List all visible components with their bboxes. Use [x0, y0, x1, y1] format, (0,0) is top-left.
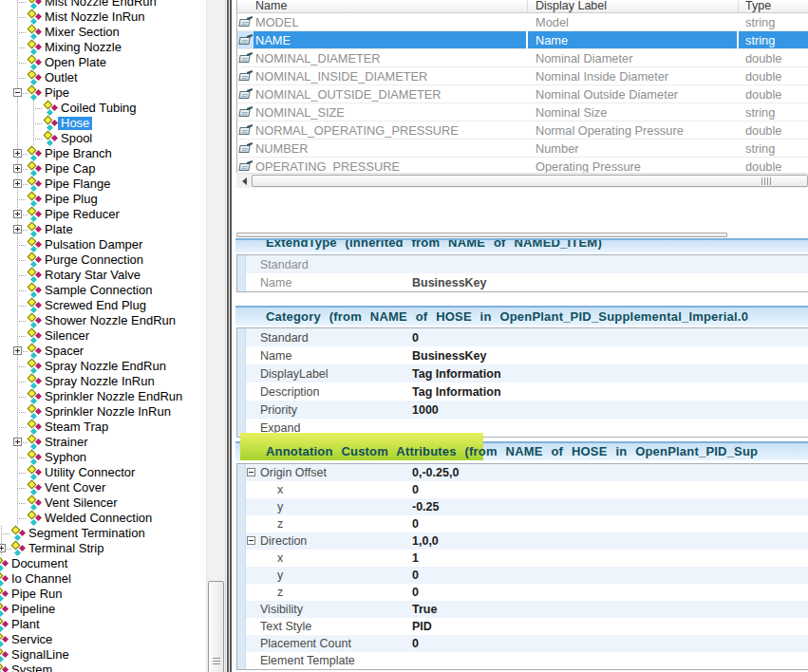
expand-plus-icon[interactable] — [13, 164, 22, 173]
collapse-minus-icon[interactable] — [247, 468, 255, 476]
table-row[interactable]: MODELModelstring — [237, 13, 808, 31]
tree-item[interactable]: Shower Nozzle EndRun — [0, 313, 206, 328]
tree-item[interactable]: Coiled Tubing — [0, 101, 206, 116]
panel-splitter[interactable] — [225, 0, 234, 672]
tree-item[interactable]: Spray Nozzle InRun — [0, 374, 206, 389]
property-row[interactable]: Origin Offset0,-0.25,0 — [246, 464, 808, 481]
tree-item[interactable]: Screwed End Plug — [0, 298, 206, 313]
tree-item[interactable]: Pipe Branch — [0, 146, 206, 161]
property-row[interactable]: DescriptionTag Information — [246, 383, 808, 401]
tree-item[interactable]: Pipe Run — [0, 587, 206, 602]
tree-item[interactable]: Pipe — [0, 85, 206, 101]
tree-item[interactable]: Segment Termination — [0, 526, 206, 541]
table-row[interactable]: NAMENamestring — [237, 31, 808, 49]
class-icon — [28, 511, 43, 526]
tree-item[interactable]: Vent Silencer — [0, 495, 206, 511]
collapse-minus-icon[interactable] — [13, 88, 22, 97]
property-pane-grip-bar[interactable] — [236, 233, 727, 237]
tree-item[interactable]: Pipe Cap — [0, 161, 206, 177]
tree-item[interactable]: Pipe Flange — [0, 177, 206, 192]
table-row[interactable]: NUMBERNumberstring — [237, 140, 808, 158]
tree-item[interactable]: System — [0, 663, 206, 672]
tree-item[interactable]: Hose — [0, 116, 206, 131]
property-row[interactable]: Standard0 — [246, 328, 808, 346]
tree-item[interactable]: Steam Trap — [0, 420, 206, 435]
tree-item[interactable]: Strainer — [0, 435, 206, 450]
tree-scrollbar-thumb[interactable] — [208, 581, 224, 672]
property-row[interactable]: Placement Count0 — [246, 635, 808, 652]
property-row[interactable]: Direction1,0,0 — [246, 532, 808, 550]
table-row[interactable]: OPERATING_PRESSUREOperating Pressuredoub… — [237, 158, 808, 173]
tree-item[interactable]: Utility Connector — [0, 465, 206, 480]
tree-item[interactable]: Plate — [0, 222, 206, 237]
tree-item[interactable]: Rotary Star Valve — [0, 268, 206, 283]
tree-item[interactable]: Spacer — [0, 344, 206, 359]
tree-item[interactable]: Pipeline — [0, 602, 206, 617]
property-row[interactable]: x1 — [246, 550, 808, 567]
column-header-display-label[interactable]: Display Label — [528, 0, 739, 12]
tree-item[interactable]: Terminal Strip — [0, 541, 206, 556]
tree-vertical-scrollbar[interactable] — [206, 0, 226, 672]
property-row[interactable]: Standard — [246, 255, 808, 273]
expand-plus-icon[interactable] — [13, 346, 22, 355]
expand-plus-icon[interactable] — [13, 225, 22, 233]
property-row[interactable]: y-0.25 — [246, 498, 808, 515]
tree-item[interactable]: Pipe Plug — [0, 192, 206, 207]
tree-item[interactable]: Pipe Reducer — [0, 207, 206, 222]
property-row[interactable]: NameBusinessKey — [246, 346, 808, 364]
collapse-minus-icon[interactable] — [247, 536, 255, 545]
tree-item[interactable]: Silencer — [0, 328, 206, 344]
column-header-type[interactable]: Type — [739, 0, 808, 12]
class-icon-magenta-spark — [35, 287, 42, 293]
tree-item[interactable]: Service — [0, 632, 206, 647]
table-row[interactable]: NOMINAL_DIAMETERNominal Diameterdouble — [237, 49, 808, 67]
column-header-name[interactable]: Name — [254, 0, 528, 12]
property-row[interactable]: DisplayLabelTag Information — [246, 364, 808, 383]
property-row[interactable]: NameBusinessKey — [246, 273, 808, 291]
tree-item[interactable]: Mist Nozzle InRun — [0, 9, 206, 25]
property-row[interactable]: x0 — [246, 481, 808, 498]
tree-item[interactable]: Open Plate — [0, 55, 206, 70]
table-row[interactable]: NORMAL_OPERATING_PRESSURENormal Operatin… — [237, 121, 808, 140]
property-row[interactable]: VisibilityTrue — [246, 601, 808, 618]
expand-plus-icon[interactable] — [13, 149, 22, 158]
property-row[interactable]: Text StylePID — [246, 618, 808, 635]
property-cell-icon — [237, 140, 254, 157]
table-row[interactable]: NOMINAL_OUTSIDE_DIAMETERNominal Outside … — [237, 85, 808, 103]
tree-item[interactable]: Sprinkler Nozzle InRun — [0, 404, 206, 420]
tree-item[interactable]: Plant — [0, 617, 206, 632]
tree-item[interactable]: Sample Connection — [0, 283, 206, 298]
tree-item[interactable]: Document — [0, 556, 206, 571]
tree-item[interactable]: SignalLine — [0, 647, 206, 663]
section-header: ExtendType (inherited from NAME of NAMED… — [235, 238, 808, 252]
table-row[interactable]: NOMINAL_INSIDE_DIAMETERNominal Inside Di… — [237, 67, 808, 85]
tree-item[interactable]: Spool — [0, 131, 206, 146]
expand-plus-icon[interactable] — [13, 210, 22, 218]
tree-item[interactable]: Mixing Nozzle — [0, 40, 206, 55]
property-row[interactable]: y0 — [246, 567, 808, 584]
tree-item[interactable]: Welded Connection — [0, 511, 206, 526]
tree-item[interactable]: Mixer Section — [0, 25, 206, 40]
property-row[interactable]: z0 — [246, 584, 808, 601]
tree-item[interactable]: Purge Connection — [0, 252, 206, 268]
expand-plus-icon[interactable] — [0, 544, 6, 552]
tree-item[interactable]: Outlet — [0, 70, 206, 85]
property-row[interactable]: Priority1000 — [246, 401, 808, 419]
table-scrollbar-thumb[interactable] — [252, 175, 808, 187]
expand-plus-icon[interactable] — [13, 179, 22, 188]
table-horizontal-scrollbar[interactable] — [236, 173, 808, 188]
tree-item-label: Hose — [58, 117, 92, 130]
tree-item[interactable]: Sprinkler Nozzle EndRun — [0, 389, 206, 404]
tree-item[interactable]: Pulsation Damper — [0, 237, 206, 252]
tree-item[interactable]: Spray Nozzle EndRun — [0, 359, 206, 374]
table-row[interactable]: NOMINAL_SIZENominal Sizestring — [237, 103, 808, 121]
tree-item[interactable]: Vent Cover — [0, 480, 206, 495]
scroll-left-arrow-button[interactable] — [236, 174, 252, 188]
tree-item-label: Pulsation Damper — [42, 238, 145, 252]
property-row[interactable]: Element Template — [246, 652, 808, 669]
tree-item[interactable]: Io Channel — [0, 571, 206, 587]
expand-plus-icon[interactable] — [13, 438, 22, 446]
property-row[interactable]: z0 — [246, 515, 808, 532]
tree-item[interactable]: Mist Nozzle EndRun — [0, 0, 206, 9]
tree-item[interactable]: Syphon — [0, 450, 206, 465]
